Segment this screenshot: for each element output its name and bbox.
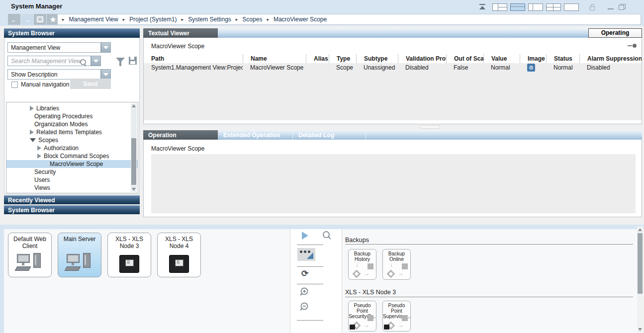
operation-body-area [151, 154, 636, 213]
backup-online-card[interactable]: Backup Online ↓→ [382, 249, 411, 280]
layout-horizontal-split-icon[interactable] [510, 3, 525, 11]
recently-viewed-bar[interactable]: Recently Viewed [4, 195, 140, 204]
layout-grid-icon[interactable] [546, 3, 561, 11]
device-card-main-server[interactable]: Main Server [58, 233, 101, 277]
column-header[interactable]: Image [520, 54, 546, 63]
send-button[interactable]: Send [70, 79, 111, 89]
expander-icon[interactable] [30, 138, 36, 142]
manual-navigation-label: Manual navigation [21, 81, 69, 88]
column-header[interactable]: Subtype [356, 54, 398, 63]
column-header[interactable]: Path [144, 54, 243, 63]
operation-tabbar: Operation Extended Operation Detailed Lo… [143, 130, 642, 140]
tree-item[interactable]: Libraries [6, 104, 138, 112]
breadcrumb-item[interactable]: Project (System1) [129, 16, 177, 23]
column-header[interactable]: Out of Scan [446, 54, 483, 63]
values-view-icon[interactable] [297, 248, 315, 261]
tree-item[interactable]: Related Items Templates [6, 128, 138, 136]
tab-textual-viewer[interactable]: Textual Viewer [143, 28, 218, 38]
tree-item[interactable]: Block Command Scopes [6, 152, 138, 160]
breadcrumb-arrow-icon: ▸ [236, 17, 238, 22]
filter-icon[interactable] [116, 58, 125, 63]
system-browser-header[interactable]: System Browser [4, 28, 140, 38]
column-header[interactable]: Status [546, 54, 579, 63]
search-icon[interactable] [322, 231, 332, 241]
layout-vertical-split-icon[interactable] [528, 3, 543, 11]
graphics-toolbar: ⟳ [290, 229, 342, 333]
breadcrumb: ▸ Management View ▸ Project (System1) ▸ … [57, 14, 641, 25]
column-header[interactable]: Name [243, 54, 306, 63]
tab-detailed-log[interactable]: Detailed Log [293, 130, 366, 140]
bottom-panel-scrollbar[interactable] [637, 226, 644, 333]
refresh-icon[interactable]: ⟳ [301, 268, 308, 279]
tree-item[interactable]: Organization Modes [6, 120, 138, 128]
view-select[interactable]: Management View [7, 42, 101, 53]
breadcrumb-item[interactable]: MacroViewer Scope [274, 16, 327, 23]
view-select-value: Management View [11, 44, 60, 51]
breadcrumb-arrow-icon: ▸ [62, 17, 65, 22]
expander-icon[interactable] [37, 146, 41, 151]
column-header[interactable]: Validation Profile [398, 54, 446, 63]
tree-item-selected[interactable]: MacroViewer Scope [6, 160, 138, 168]
search-arrow-icon[interactable] [91, 56, 101, 66]
description-select[interactable]: Show Description [7, 69, 101, 80]
layout-quad-icon[interactable] [492, 3, 507, 11]
system-browser-title: System Browser [8, 30, 55, 37]
tree-item[interactable]: Scopes [6, 136, 138, 144]
column-header[interactable]: Alarm Suppression [579, 54, 642, 63]
tab-operation[interactable]: Operation [143, 130, 218, 140]
save-icon[interactable] [129, 57, 137, 65]
operating-button[interactable]: Operating [588, 28, 642, 38]
expander-icon[interactable] [30, 106, 34, 111]
tree-scrollbar[interactable] [131, 103, 137, 192]
tree-item[interactable]: Authorization [6, 144, 138, 152]
splitter-handle[interactable] [420, 125, 440, 129]
breadcrumb-item[interactable]: System Settings [188, 16, 231, 23]
breadcrumb-item[interactable]: Management View [69, 16, 118, 23]
column-header[interactable]: Value [483, 54, 520, 63]
restore-button[interactable] [619, 3, 626, 11]
tree-item[interactable]: Security [6, 168, 138, 176]
forward-button[interactable]: → [21, 14, 33, 25]
bottom-panel-left-strip [0, 229, 4, 333]
back-button[interactable]: ← [8, 14, 20, 25]
panel-device-icon [169, 255, 189, 273]
tree-item[interactable]: Operating Procedures [6, 112, 138, 120]
play-icon[interactable] [302, 232, 308, 240]
pseudo-point-supervisor-card[interactable]: Pseudo Point Supervisor... ↓→ [382, 301, 411, 332]
expander-icon[interactable] [37, 154, 41, 159]
zoom-in-icon[interactable] [299, 287, 310, 298]
table-row[interactable]: System1.Management View:Project.S... Mac… [144, 63, 642, 72]
textual-viewer-object-title: MacroViewer Scope [151, 43, 204, 50]
collapse-top-icon[interactable] [478, 3, 486, 11]
device-card-default-web-client[interactable]: Default Web Client [8, 233, 52, 277]
pin-icon[interactable] [628, 44, 637, 48]
view-select-arrow-icon[interactable] [101, 42, 111, 53]
gear-icon[interactable]: ⚙ [527, 64, 535, 72]
pseudo-point-security-card[interactable]: Pseudo Point Security@... ↓→ [348, 301, 376, 332]
cell-validation-profile: Disabled [398, 63, 446, 72]
backup-history-card[interactable]: Backup History ↓→ [348, 249, 376, 280]
zoom-out-icon[interactable] [299, 302, 310, 313]
search-icon[interactable] [80, 58, 86, 67]
system-browser-bar[interactable]: System Browser [4, 205, 140, 214]
tab-extended-operation[interactable]: Extended Operation [218, 130, 293, 140]
app-title: System Manager [11, 2, 62, 10]
tree-item[interactable]: Users [6, 176, 138, 184]
layout-single-icon[interactable] [564, 3, 579, 11]
history-icon[interactable] [34, 14, 46, 25]
minimize-button[interactable] [608, 3, 614, 11]
breadcrumb-item[interactable]: Scopes [242, 16, 262, 23]
description-select-arrow-icon[interactable] [101, 69, 111, 80]
search-input[interactable]: Search Management View [7, 56, 91, 66]
column-header[interactable]: Alias [306, 54, 329, 63]
cell-path: System1.Management View:Project.S... [144, 63, 243, 72]
device-card-xls-node-4[interactable]: XLS - XLS Node 4 [157, 233, 201, 277]
textual-viewer-tabbar: Textual Viewer [143, 28, 642, 38]
tree-item[interactable]: Views [6, 184, 138, 192]
cell-out-of-scan: False [446, 63, 483, 72]
manual-navigation-checkbox[interactable] [11, 82, 18, 88]
table-header[interactable]: Path Name Alias Type Subtype Validation … [144, 54, 642, 63]
device-card-xls-node-3[interactable]: XLS - XLS Node 3 [107, 233, 151, 277]
expander-icon[interactable] [30, 130, 34, 135]
column-header[interactable]: Type [329, 54, 356, 63]
